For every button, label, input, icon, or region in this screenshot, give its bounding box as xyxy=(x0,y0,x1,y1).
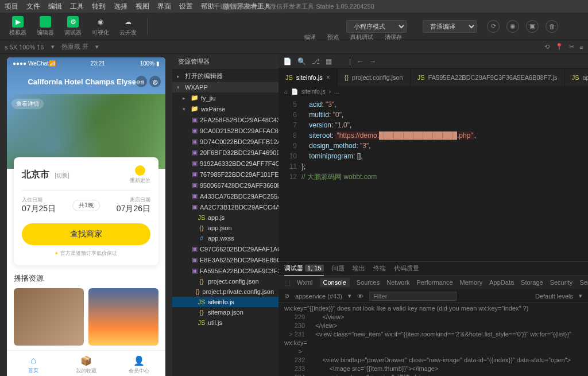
devtools-tab[interactable]: Network xyxy=(386,279,409,286)
file-item[interactable]: {}sitemap.json xyxy=(172,307,278,317)
fwd-icon[interactable]: → xyxy=(369,57,376,65)
editor-tab[interactable]: JSapp.js xyxy=(565,69,588,86)
close-icon[interactable]: × xyxy=(326,73,330,82)
panel-tab[interactable]: 输出 xyxy=(353,262,365,275)
menu-item[interactable]: 视图 xyxy=(136,2,149,11)
editor-tab[interactable]: {}project.config.json xyxy=(338,69,411,86)
devtools-tab[interactable]: Storage xyxy=(521,279,543,286)
filter-input[interactable] xyxy=(369,292,457,301)
file-item[interactable]: ▣9192A6332BDC29AFF7F4CE3453... xyxy=(172,158,278,169)
menu-item[interactable]: 转到 xyxy=(92,2,106,11)
checkout-date[interactable]: 离店日期 07月26日 xyxy=(100,196,150,214)
panel-tab[interactable]: 代码质量 xyxy=(394,262,419,275)
file-item[interactable]: ▸📁fy_jiu xyxy=(172,92,278,103)
rotate-icon[interactable]: ⟲ xyxy=(544,43,550,51)
devtools-tab[interactable]: Sources xyxy=(357,279,380,286)
explorer-group[interactable]: ▾WXAPP xyxy=(172,82,278,92)
editor-tab[interactable]: JSFA595EA22BDC29AF9C3F36A5EA6B08F7.js xyxy=(411,69,565,86)
file-item[interactable]: ▣9D74C0022BDC29AFFB12A8050... xyxy=(172,136,278,147)
clear-icon[interactable]: ⊘ xyxy=(284,292,289,300)
search-icon[interactable]: 🔍 xyxy=(297,57,306,65)
file-item[interactable]: ▣9500667428DC29AFF3660E7331... xyxy=(172,180,278,191)
tab-home[interactable]: ⌂首页 xyxy=(7,351,60,376)
file-item[interactable]: JSutil.js xyxy=(172,317,278,328)
resource-card[interactable] xyxy=(88,288,158,346)
tool-button[interactable]: ☁云开发 xyxy=(115,15,141,38)
menu-item[interactable]: 选择 xyxy=(114,2,127,11)
file-item[interactable]: ▣AA2C73B12BDC29AFCC4A1BB6... xyxy=(172,201,278,212)
file-item[interactable]: JSsiteinfo.js xyxy=(172,297,278,307)
menu-item[interactable]: 界面 xyxy=(157,2,171,11)
tool-button[interactable]: ▶模拟器 xyxy=(5,15,31,38)
panel-tab[interactable]: 调试器 1, 15 xyxy=(284,262,324,276)
file-item[interactable]: ▣9CA0D2152BDC29AFFAC6BA12E... xyxy=(172,125,278,136)
breadcrumb[interactable]: ⌂📄 siteinfo.js › ... xyxy=(278,86,588,97)
tool-button[interactable]: ◉可视化 xyxy=(87,15,114,38)
panel-tab[interactable]: 终端 xyxy=(373,262,386,275)
code-editor[interactable]: 56789101112 acid: "3", multiid: "0", ver… xyxy=(278,97,588,261)
more-icon[interactable]: ≡ xyxy=(580,44,583,51)
git-icon[interactable]: ⎇ xyxy=(312,57,320,65)
checkin-date[interactable]: 入住日期 07月25日 xyxy=(22,196,72,214)
console-output[interactable]: wx:key="{{index}}" does not look like a … xyxy=(278,303,588,376)
devtools-tab[interactable]: Sensor xyxy=(579,279,588,286)
cache-icon[interactable]: 🗑 xyxy=(546,20,558,33)
file-item[interactable]: ▣2EA258F52BDC29AF48C430F2D... xyxy=(172,114,278,125)
tab-favorites[interactable]: 📦我的收藏 xyxy=(60,351,113,376)
devtools-tab[interactable]: Security xyxy=(550,279,573,286)
editor-tab[interactable]: JSsiteinfo.js× xyxy=(278,69,338,86)
file-item[interactable]: ▣767985F22BDC29AF101FEDF571... xyxy=(172,169,278,180)
mini-menu-icon[interactable]: ⋯ xyxy=(136,76,147,87)
levels-select[interactable]: Default levels xyxy=(535,293,573,300)
detail-badge[interactable]: 查看详情 xyxy=(11,99,44,109)
file-item[interactable]: {}project.config.json xyxy=(172,276,278,286)
eye-icon[interactable]: 👁 xyxy=(357,293,363,300)
menu-item[interactable]: 编辑 xyxy=(48,2,62,11)
menu-item[interactable]: 工具 xyxy=(70,2,84,11)
mode-select[interactable]: 小程序模式 xyxy=(346,20,407,33)
location-icon[interactable]: 📍 xyxy=(555,43,563,51)
devtools-tab[interactable]: Performance xyxy=(417,279,453,286)
devtools-tab[interactable]: Wxml xyxy=(297,279,313,286)
city-name[interactable]: 北京市 xyxy=(22,169,49,179)
search-button[interactable]: 查找商家 xyxy=(22,223,150,245)
tab-member[interactable]: 👤会员中心 xyxy=(113,351,165,376)
inspect-icon[interactable]: ⬚ xyxy=(284,279,290,286)
file-item[interactable]: {}project.private.config.json xyxy=(172,286,278,297)
compile-icon[interactable]: ⟳ xyxy=(487,20,500,33)
mini-close-icon[interactable]: ◎ xyxy=(149,76,161,87)
devtools-tab[interactable]: Memory xyxy=(460,279,483,286)
file-item[interactable]: ▾📁wxParse xyxy=(172,103,278,114)
tool-button[interactable]: ⚙调试器 xyxy=(60,15,86,38)
menu-item[interactable]: 设置 xyxy=(179,2,193,11)
scissors-icon[interactable]: ✂ xyxy=(569,43,574,51)
debug-icon[interactable]: ▣ xyxy=(526,20,539,33)
tool-button[interactable]: 编辑器 xyxy=(32,15,59,38)
hot-reload[interactable]: 热重载 开 xyxy=(61,42,88,51)
files-icon[interactable]: 📄 xyxy=(283,57,292,65)
back-icon[interactable]: ← xyxy=(357,57,363,65)
file-item[interactable]: ▣E8E3A6252BDC29AF8E85CE226... xyxy=(172,254,278,265)
device-info[interactable]: s 5X 100% 16 xyxy=(5,44,44,51)
file-item[interactable]: ▣C97C66202BDC29AFAF1A0E274... xyxy=(172,243,278,254)
menu-item[interactable]: 帮助 xyxy=(201,2,215,11)
preview-icon[interactable]: ◉ xyxy=(506,20,519,33)
file-item[interactable]: ▣FA595EA22BDC29AF9C3F36A5E... xyxy=(172,265,278,276)
compile-select[interactable]: 普通编译 xyxy=(423,20,477,33)
file-item[interactable]: ▣A433CA762BDC29AFC255A2714... xyxy=(172,191,278,201)
file-item[interactable]: #app.wxss xyxy=(172,233,278,243)
menu-item[interactable]: 文件 xyxy=(26,2,40,11)
explorer-group[interactable]: ▸打开的编辑器 xyxy=(172,70,278,82)
panel-tab[interactable]: 问题 xyxy=(332,262,345,275)
devtools-tab[interactable]: AppData xyxy=(489,279,514,286)
resource-card[interactable] xyxy=(14,288,84,346)
ext-icon[interactable]: ▦ xyxy=(326,57,332,65)
menu-item[interactable]: 项目 xyxy=(5,2,18,11)
context-select[interactable]: appservice (#43) xyxy=(295,293,342,300)
file-item[interactable]: JSapp.js xyxy=(172,212,278,223)
file-item[interactable]: {}app.json xyxy=(172,223,278,233)
devtools-tab[interactable]: Console xyxy=(320,278,350,287)
file-item[interactable]: ▣20F6BFD32BDC29AF4690D7D4B4... xyxy=(172,147,278,158)
relocate-button[interactable]: 重新定位 xyxy=(130,165,150,184)
city-switch[interactable]: [切换] xyxy=(55,172,69,179)
